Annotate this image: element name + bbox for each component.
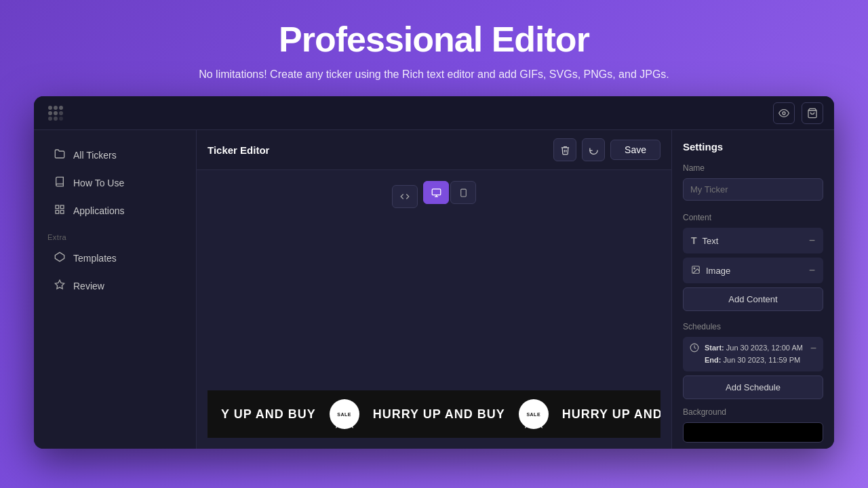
folder-icon (53, 148, 66, 162)
svg-rect-14 (60, 210, 64, 214)
logo-icon (45, 102, 66, 124)
sidebar-item-label: Templates (73, 253, 117, 264)
svg-marker-15 (55, 252, 64, 261)
settings-title: Settings (683, 141, 823, 152)
mobile-view-button[interactable] (450, 181, 476, 204)
schedules-label: Schedules (683, 322, 823, 331)
schedule-text: Start: Jun 30 2023, 12:00 AM End: Jun 30… (705, 342, 803, 366)
code-icon (400, 192, 410, 201)
save-button[interactable]: Save (610, 140, 660, 160)
svg-point-3 (48, 111, 52, 115)
content-item-text-label: Text (703, 236, 719, 246)
logo (45, 102, 66, 124)
sidebar-item-templates[interactable]: Templates (39, 245, 191, 272)
schedule-item: Start: Jun 30 2023, 12:00 AM End: Jun 30… (683, 337, 823, 371)
svg-point-6 (48, 117, 52, 121)
svg-point-7 (54, 117, 58, 121)
add-content-button[interactable]: Add Content (683, 287, 823, 311)
svg-point-9 (783, 112, 785, 115)
hero-title: Professional Editor (14, 19, 854, 60)
editor-toolbar: Ticker Editor Save (197, 130, 671, 170)
svg-point-4 (54, 111, 58, 115)
badge-label-2: SALE (526, 412, 540, 417)
svg-point-28 (694, 268, 695, 269)
sidebar-item-applications[interactable]: Applications (39, 197, 191, 224)
hero-section: Professional Editor No limitations! Crea… (0, 0, 868, 96)
sidebar-item-label: Review (73, 281, 104, 291)
clock-icon (690, 343, 699, 354)
svg-point-1 (54, 106, 58, 110)
settings-panel: Settings Name Content T Text − Image − (671, 130, 834, 449)
sidebar-item-label: How To Use (73, 178, 124, 188)
ticker-text-1: Y UP AND BUY (208, 407, 330, 422)
undo-icon (589, 145, 599, 155)
content-item-image: Image − (683, 258, 823, 283)
remove-schedule-button[interactable]: − (810, 342, 816, 354)
badge-label-1: SALE (337, 412, 351, 417)
hexagon-icon (53, 251, 66, 265)
text-content-icon: T (691, 235, 697, 246)
app-window: All Tickers How To Use Applications Extr… (34, 96, 834, 449)
ticker-badge-1: SALE (330, 399, 359, 429)
sidebar-item-review[interactable]: Review (39, 272, 191, 300)
add-schedule-button[interactable]: Add Schedule (683, 375, 823, 399)
background-color-swatch[interactable] (683, 422, 823, 443)
top-bar (34, 96, 834, 130)
remove-text-button[interactable]: − (809, 235, 815, 247)
editor-canvas: Y UP AND BUY SALE HURRY UP AND BUY SALE … (197, 170, 671, 449)
name-label: Name (683, 163, 823, 173)
sidebar-item-label: All Tickers (73, 150, 117, 161)
svg-rect-12 (60, 205, 64, 209)
svg-point-5 (59, 111, 63, 115)
background-label: Background (683, 407, 823, 417)
svg-point-0 (48, 106, 52, 110)
main-content: All Tickers How To Use Applications Extr… (34, 130, 834, 449)
name-input[interactable] (683, 178, 823, 201)
content-item-image-label: Image (706, 266, 730, 276)
svg-point-8 (59, 117, 63, 121)
editor-area: Ticker Editor Save (197, 130, 671, 449)
preview-button[interactable] (773, 102, 795, 124)
content-label: Content (683, 213, 823, 222)
image-content-icon (691, 265, 701, 277)
content-item-text: T Text − (683, 228, 823, 253)
ticker-text-3: HURRY UP AND BUY (549, 407, 660, 422)
top-bar-icons (773, 102, 823, 124)
sidebar-item-all-tickers[interactable]: All Tickers (39, 142, 191, 169)
cart-icon (807, 108, 818, 119)
hero-subtitle: No limitations! Create any ticker using … (14, 66, 854, 83)
trash-icon (560, 145, 570, 155)
ticker-badge-2: SALE (519, 399, 549, 429)
smartphone-icon (459, 188, 468, 197)
view-toggle (423, 181, 476, 204)
eye-icon (778, 108, 789, 119)
svg-rect-17 (432, 188, 441, 195)
extra-section-label: Extra (34, 225, 196, 244)
svg-rect-11 (56, 205, 59, 209)
ticker-preview: Y UP AND BUY SALE HURRY UP AND BUY SALE … (208, 390, 660, 438)
desktop-view-button[interactable] (423, 181, 449, 204)
delete-button[interactable] (553, 138, 576, 161)
book-icon (53, 176, 66, 190)
star-icon (53, 279, 66, 293)
remove-image-button[interactable]: − (809, 264, 815, 277)
svg-marker-16 (55, 280, 64, 289)
code-view-button[interactable] (392, 185, 418, 208)
grid-icon (53, 204, 66, 218)
toolbar-actions: Save (553, 138, 660, 161)
undo-button[interactable] (582, 138, 605, 161)
ticker-track: Y UP AND BUY SALE HURRY UP AND BUY SALE … (208, 399, 660, 429)
sidebar-item-how-to-use[interactable]: How To Use (39, 169, 191, 197)
sidebar-item-label: Applications (73, 205, 125, 216)
svg-point-2 (59, 106, 63, 110)
cart-button[interactable] (802, 102, 823, 124)
svg-rect-13 (56, 210, 59, 214)
monitor-icon (431, 188, 441, 198)
sidebar: All Tickers How To Use Applications Extr… (34, 130, 197, 449)
ticker-text-2: HURRY UP AND BUY (359, 407, 519, 422)
svg-rect-20 (460, 189, 466, 197)
editor-title: Ticker Editor (208, 144, 269, 156)
